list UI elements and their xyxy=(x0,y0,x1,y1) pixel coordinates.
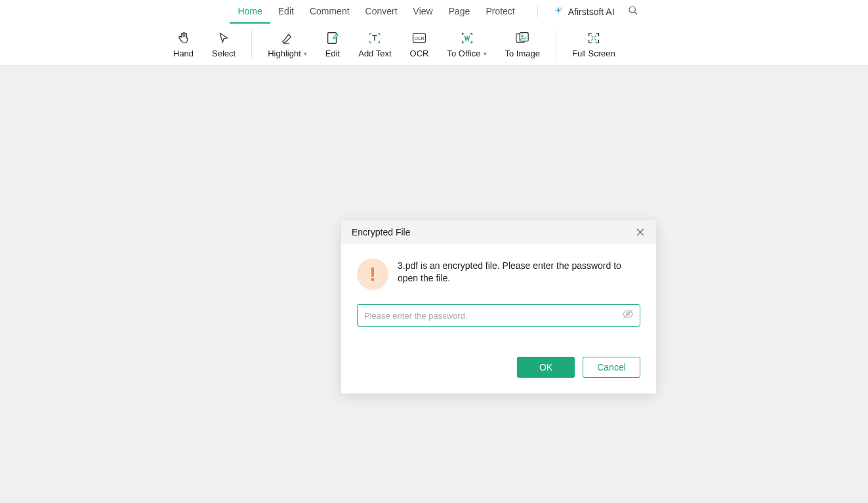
encrypted-file-dialog: Encrypted File ! 3.pdf is an encrypted f… xyxy=(341,220,656,393)
svg-rect-7 xyxy=(520,33,529,41)
password-field xyxy=(357,304,640,327)
ribbon-hand[interactable]: Hand xyxy=(164,24,203,65)
tab-protect[interactable]: Protect xyxy=(478,0,522,24)
tab-view[interactable]: View xyxy=(405,0,441,24)
eye-off-icon xyxy=(622,308,634,320)
fullscreen-icon xyxy=(587,30,601,46)
svg-text:OCR: OCR xyxy=(414,36,424,41)
ribbon-edit-label: Edit xyxy=(325,49,340,58)
ribbon-toolbar: Hand Select Highlight ▾ Edit xyxy=(0,24,868,66)
search-button[interactable] xyxy=(628,5,638,18)
menu-separator xyxy=(537,7,538,17)
ribbon-highlight[interactable]: Highlight ▾ xyxy=(258,24,316,65)
warning-icon: ! xyxy=(357,258,388,290)
tab-home[interactable]: Home xyxy=(230,0,270,24)
svg-point-0 xyxy=(629,7,635,12)
ribbon-separator-2 xyxy=(556,30,556,59)
ribbon-to-image-label: To Image xyxy=(505,49,540,58)
dialog-header: Encrypted File xyxy=(341,220,656,244)
ribbon-edit[interactable]: Edit xyxy=(316,24,349,65)
chevron-down-icon: ▾ xyxy=(304,50,307,57)
warning-row: ! 3.pdf is an encrypted file. Please ent… xyxy=(357,258,640,290)
add-text-icon xyxy=(367,30,382,46)
ribbon-ocr[interactable]: OCR OCR xyxy=(401,24,438,65)
menu-bar: Home Edit Comment Convert View Page Prot… xyxy=(0,0,868,24)
search-icon xyxy=(628,5,638,16)
dialog-footer: OK Cancel xyxy=(357,357,640,378)
to-image-icon xyxy=(514,30,530,46)
cursor-icon xyxy=(217,30,230,46)
dialog-title: Encrypted File xyxy=(352,227,410,237)
ai-button[interactable]: Afirstsoft AI xyxy=(552,5,615,19)
ribbon-hand-label: Hand xyxy=(173,49,194,58)
tab-convert[interactable]: Convert xyxy=(358,0,405,24)
close-icon xyxy=(636,228,644,236)
menu-tabs: Home Edit Comment Convert View Page Prot… xyxy=(230,0,638,24)
tab-comment[interactable]: Comment xyxy=(302,0,358,24)
cancel-button[interactable]: Cancel xyxy=(583,357,640,378)
password-input[interactable] xyxy=(357,304,640,327)
ribbon-select[interactable]: Select xyxy=(203,24,245,65)
ribbon-separator-1 xyxy=(251,30,252,59)
ai-label: Afirstsoft AI xyxy=(568,7,615,17)
chevron-down-icon: ▾ xyxy=(484,50,487,57)
tab-edit[interactable]: Edit xyxy=(270,0,302,24)
dialog-body: ! 3.pdf is an encrypted file. Please ent… xyxy=(341,244,656,393)
tab-page[interactable]: Page xyxy=(441,0,478,24)
to-office-icon xyxy=(460,30,474,46)
close-button[interactable] xyxy=(635,227,646,237)
highlight-icon xyxy=(280,30,295,46)
edit-icon xyxy=(325,30,340,46)
toggle-password-visibility[interactable] xyxy=(622,308,634,323)
ribbon-full-screen-label: Full Screen xyxy=(572,49,615,58)
ribbon-highlight-label: Highlight xyxy=(268,49,301,58)
dialog-message: 3.pdf is an encrypted file. Please enter… xyxy=(398,258,640,285)
ok-button[interactable]: OK xyxy=(517,357,575,378)
ribbon-add-text[interactable]: Add Text xyxy=(349,24,400,65)
ribbon-to-office[interactable]: To Office ▾ xyxy=(438,24,495,65)
ribbon-add-text-label: Add Text xyxy=(358,49,391,58)
ribbon-to-office-label: To Office xyxy=(447,49,480,58)
ocr-icon: OCR xyxy=(411,30,427,46)
ribbon-select-label: Select xyxy=(212,49,236,58)
sparkle-icon xyxy=(552,5,564,19)
ribbon-to-image[interactable]: To Image xyxy=(496,24,549,65)
ribbon-full-screen[interactable]: Full Screen xyxy=(563,24,625,65)
ribbon-ocr-label: OCR xyxy=(410,49,429,58)
hand-icon xyxy=(176,30,191,46)
svg-line-1 xyxy=(634,12,637,14)
